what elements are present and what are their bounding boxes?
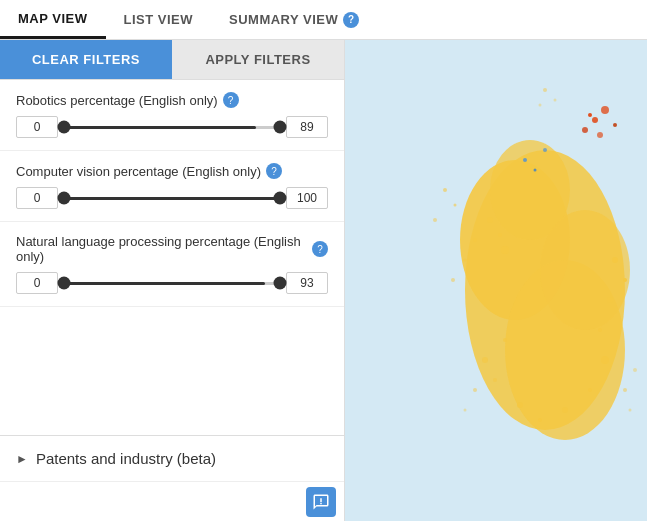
computer-vision-slider-track xyxy=(64,197,280,200)
computer-vision-min-input[interactable] xyxy=(16,187,58,209)
computer-vision-right-thumb[interactable] xyxy=(274,192,287,205)
tab-map-view-label: MAP VIEW xyxy=(18,11,88,26)
robotics-info-icon[interactable]: ? xyxy=(223,92,239,108)
svg-point-16 xyxy=(601,356,609,364)
svg-point-30 xyxy=(588,113,592,117)
tab-list-view-label: LIST VIEW xyxy=(124,12,194,27)
nlp-min-input[interactable] xyxy=(16,272,58,294)
svg-point-17 xyxy=(588,388,592,392)
svg-point-44 xyxy=(554,99,557,102)
computer-vision-left-thumb[interactable] xyxy=(58,192,71,205)
svg-point-35 xyxy=(503,338,507,342)
patents-section[interactable]: ► Patents and industry (beta) xyxy=(0,435,344,481)
svg-point-19 xyxy=(538,418,542,422)
nlp-slider-row xyxy=(16,272,328,294)
svg-point-27 xyxy=(601,106,609,114)
svg-point-26 xyxy=(592,117,598,123)
svg-point-32 xyxy=(523,158,527,162)
svg-point-28 xyxy=(613,123,617,127)
robotics-label: Robotics percentage (English only) ? xyxy=(16,92,328,108)
nlp-info-icon[interactable]: ? xyxy=(312,241,328,257)
nlp-label: Natural language processing percentage (… xyxy=(16,234,328,264)
svg-point-22 xyxy=(454,204,457,207)
tab-list-view[interactable]: LIST VIEW xyxy=(106,0,212,39)
robotics-slider-fill xyxy=(64,126,256,129)
svg-point-43 xyxy=(543,88,547,92)
left-panel: CLEAR FILTERS APPLY FILTERS Robotics per… xyxy=(0,40,345,521)
svg-point-7 xyxy=(540,210,630,330)
computer-vision-slider-row xyxy=(16,187,328,209)
svg-point-31 xyxy=(582,127,588,133)
svg-point-13 xyxy=(623,278,627,282)
patents-chevron-icon: ► xyxy=(16,452,28,466)
computer-vision-max-input[interactable] xyxy=(286,187,328,209)
svg-point-39 xyxy=(464,409,467,412)
bottom-bar xyxy=(0,481,344,521)
svg-point-36 xyxy=(482,357,488,363)
robotics-left-thumb[interactable] xyxy=(58,121,71,134)
svg-point-10 xyxy=(501,246,509,254)
robotics-slider-row xyxy=(16,116,328,138)
robotics-slider-track xyxy=(64,126,280,129)
map-visualization xyxy=(345,40,647,521)
notification-button[interactable] xyxy=(306,487,336,517)
nlp-slider-container[interactable] xyxy=(64,273,280,293)
tab-map-view[interactable]: MAP VIEW xyxy=(0,0,106,39)
svg-point-33 xyxy=(543,148,547,152)
nlp-right-thumb[interactable] xyxy=(274,277,287,290)
svg-rect-1 xyxy=(320,502,322,504)
robotics-min-input[interactable] xyxy=(16,116,58,138)
tab-summary-view-label: SUMMARY VIEW xyxy=(229,12,338,27)
map-area[interactable] xyxy=(345,40,647,521)
nlp-left-thumb[interactable] xyxy=(58,277,71,290)
summary-help-icon[interactable]: ? xyxy=(343,12,359,28)
clear-filters-button[interactable]: CLEAR FILTERS xyxy=(0,40,172,79)
robotics-filter-section: Robotics percentage (English only) ? xyxy=(0,80,344,151)
robotics-right-thumb[interactable] xyxy=(274,121,287,134)
svg-point-20 xyxy=(517,402,523,408)
svg-point-9 xyxy=(498,233,502,237)
svg-point-14 xyxy=(607,297,613,303)
svg-point-42 xyxy=(629,409,632,412)
svg-point-41 xyxy=(633,368,637,372)
computer-vision-label: Computer vision percentage (English only… xyxy=(16,163,328,179)
computer-vision-slider-fill xyxy=(64,197,280,200)
computer-vision-info-icon[interactable]: ? xyxy=(266,163,282,179)
svg-point-11 xyxy=(473,238,477,242)
svg-point-40 xyxy=(623,388,627,392)
nlp-max-input[interactable] xyxy=(286,272,328,294)
main-area: CLEAR FILTERS APPLY FILTERS Robotics per… xyxy=(0,40,647,521)
svg-point-29 xyxy=(597,132,603,138)
robotics-slider-container[interactable] xyxy=(64,117,280,137)
computer-vision-slider-container[interactable] xyxy=(64,188,280,208)
svg-point-18 xyxy=(562,407,568,413)
robotics-label-text: Robotics percentage (English only) xyxy=(16,93,218,108)
computer-vision-label-text: Computer vision percentage (English only… xyxy=(16,164,261,179)
svg-point-38 xyxy=(473,388,477,392)
svg-point-8 xyxy=(487,217,493,223)
svg-point-23 xyxy=(433,218,437,222)
svg-point-25 xyxy=(451,278,455,282)
apply-filters-button[interactable]: APPLY FILTERS xyxy=(172,40,344,79)
filter-buttons: CLEAR FILTERS APPLY FILTERS xyxy=(0,40,344,80)
nlp-filter-section: Natural language processing percentage (… xyxy=(0,222,344,307)
nlp-slider-fill xyxy=(64,282,265,285)
svg-point-21 xyxy=(443,188,447,192)
robotics-max-input[interactable] xyxy=(286,116,328,138)
svg-point-34 xyxy=(534,169,537,172)
svg-point-24 xyxy=(464,259,467,262)
nlp-label-text: Natural language processing percentage (… xyxy=(16,234,307,264)
computer-vision-filter-section: Computer vision percentage (English only… xyxy=(0,151,344,222)
patents-label: Patents and industry (beta) xyxy=(36,450,216,467)
top-tabs: MAP VIEW LIST VIEW SUMMARY VIEW ? xyxy=(0,0,647,40)
svg-point-15 xyxy=(598,328,602,332)
tab-summary-view[interactable]: SUMMARY VIEW ? xyxy=(211,0,377,39)
svg-point-45 xyxy=(539,104,542,107)
svg-point-12 xyxy=(612,257,618,263)
nlp-slider-track xyxy=(64,282,280,285)
svg-point-37 xyxy=(493,378,497,382)
notification-icon xyxy=(312,493,330,511)
svg-rect-0 xyxy=(320,498,322,502)
